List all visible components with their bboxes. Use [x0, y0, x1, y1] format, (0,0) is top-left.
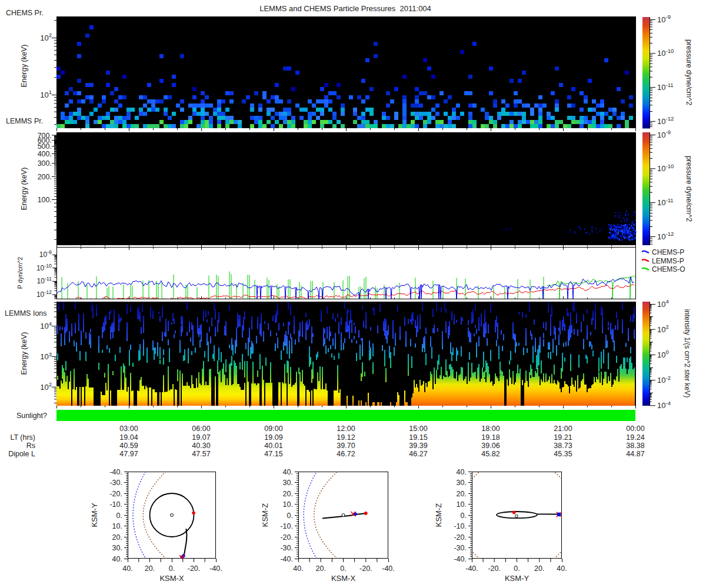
svg-text:LT (hrs): LT (hrs) — [10, 433, 35, 442]
svg-text:21:00: 21:00 — [554, 425, 572, 433]
svg-text:40.: 40. — [293, 564, 303, 573]
svg-text:-40.: -40. — [109, 468, 122, 476]
svg-text:19.21: 19.21 — [554, 433, 572, 442]
svg-text:47.57: 47.57 — [192, 450, 210, 458]
svg-text:10.: 10. — [112, 522, 122, 530]
svg-text:-10.: -10. — [280, 522, 293, 530]
svg-text:06:00: 06:00 — [192, 425, 210, 433]
svg-text:20.: 20. — [457, 490, 467, 498]
svg-text:19.15: 19.15 — [409, 433, 427, 442]
svg-text:-40.: -40. — [209, 564, 222, 573]
svg-text:102: 102 — [657, 323, 669, 334]
svg-text:10-11: 10-11 — [657, 82, 674, 92]
svg-text:30.: 30. — [283, 479, 293, 487]
svg-text:-40.: -40. — [465, 564, 478, 573]
svg-text:100: 100 — [657, 349, 669, 359]
svg-text:Energy (keV): Energy (keV) — [20, 332, 28, 375]
svg-text:CHEMS-P: CHEMS-P — [652, 248, 684, 256]
svg-text:19.07: 19.07 — [192, 433, 210, 442]
svg-text:40.: 40. — [557, 564, 567, 573]
svg-text:38.38: 38.38 — [626, 442, 644, 450]
svg-text:19.18: 19.18 — [481, 433, 499, 442]
svg-text:39.06: 39.06 — [481, 442, 499, 450]
svg-text:intensity 1/(s cm^2 ster keV): intensity 1/(s cm^2 ster keV) — [683, 309, 691, 397]
svg-text:Sunlight?: Sunlight? — [16, 412, 47, 420]
svg-text:10-10: 10-10 — [657, 163, 674, 173]
svg-text:19.24: 19.24 — [626, 433, 644, 442]
svg-text:0.: 0. — [461, 512, 467, 520]
svg-text:-10.: -10. — [454, 522, 467, 530]
svg-text:19.04: 19.04 — [119, 433, 138, 442]
svg-text:45.82: 45.82 — [481, 450, 499, 458]
svg-text:10-4: 10-4 — [657, 400, 671, 410]
svg-text:Energy (keV): Energy (keV) — [20, 168, 28, 211]
svg-text:20.: 20. — [112, 533, 122, 542]
svg-text:10-9: 10-9 — [657, 14, 671, 24]
svg-text:-40.: -40. — [382, 564, 395, 573]
svg-text:-30.: -30. — [454, 544, 467, 552]
svg-text:KSM-Y: KSM-Y — [90, 503, 99, 527]
svg-text:40.30: 40.30 — [192, 442, 210, 450]
svg-text:pressure dyne/cm^2: pressure dyne/cm^2 — [685, 156, 693, 222]
svg-text:-20.: -20. — [359, 564, 372, 573]
svg-text:10-12: 10-12 — [36, 289, 52, 299]
svg-text:100.: 100. — [38, 196, 52, 204]
svg-text:39.39: 39.39 — [409, 442, 427, 450]
svg-text:101: 101 — [40, 89, 52, 99]
svg-text:-20.: -20. — [188, 564, 201, 573]
svg-text:LEMMS Pr.: LEMMS Pr. — [6, 117, 43, 125]
svg-text:103: 103 — [40, 351, 52, 362]
svg-text:18:00: 18:00 — [481, 425, 499, 433]
svg-text:-40.: -40. — [454, 555, 467, 563]
svg-text:10.: 10. — [457, 500, 467, 509]
svg-text:pressure dyne/cm^2: pressure dyne/cm^2 — [685, 39, 693, 105]
svg-text:40.: 40. — [457, 468, 467, 476]
svg-text:00:00: 00:00 — [626, 425, 644, 433]
svg-text:38.73: 38.73 — [554, 442, 572, 450]
svg-text:40.01: 40.01 — [264, 442, 282, 450]
svg-text:19.12: 19.12 — [337, 433, 355, 442]
svg-text:102: 102 — [40, 32, 52, 42]
svg-text:-40.: -40. — [280, 555, 293, 563]
svg-text:KSM-Z: KSM-Z — [434, 503, 443, 527]
svg-text:47.15: 47.15 — [264, 450, 282, 458]
svg-text:0.: 0. — [287, 512, 293, 520]
svg-text:-20.: -20. — [280, 533, 293, 542]
svg-text:200.: 200. — [38, 173, 52, 181]
svg-text:Rs: Rs — [26, 442, 35, 450]
svg-text:10-12: 10-12 — [657, 230, 674, 241]
svg-text:12:00: 12:00 — [337, 425, 355, 433]
svg-text:44.87: 44.87 — [626, 450, 644, 458]
svg-text:-20.: -20. — [488, 564, 501, 573]
svg-text:102: 102 — [40, 381, 52, 392]
svg-text:KSM-X: KSM-X — [159, 574, 184, 583]
svg-text:Dipole L: Dipole L — [8, 450, 35, 458]
svg-text:104: 104 — [657, 298, 669, 309]
svg-text:10-2: 10-2 — [657, 375, 671, 385]
svg-text:10-10: 10-10 — [657, 48, 674, 58]
svg-text:P dyn/cm^2: P dyn/cm^2 — [16, 257, 24, 289]
svg-text:20.: 20. — [283, 490, 293, 498]
svg-text:10-9: 10-9 — [657, 129, 671, 139]
svg-text:104: 104 — [40, 320, 52, 331]
svg-text:-30.: -30. — [109, 479, 122, 487]
svg-text:40.: 40. — [283, 468, 293, 476]
svg-text:45.35: 45.35 — [554, 450, 572, 458]
svg-text:LEMMS-P: LEMMS-P — [652, 257, 684, 265]
svg-text:19.09: 19.09 — [264, 433, 282, 442]
svg-text:10.: 10. — [283, 500, 293, 509]
svg-text:10-11: 10-11 — [37, 276, 52, 285]
svg-text:CHEMS Pr.: CHEMS Pr. — [6, 9, 44, 17]
svg-text:20.: 20. — [316, 564, 326, 573]
svg-text:KSM-X: KSM-X — [331, 574, 356, 583]
svg-text:0.: 0. — [514, 564, 519, 573]
svg-text:-30.: -30. — [280, 544, 293, 552]
svg-text:10-11: 10-11 — [657, 197, 674, 208]
svg-text:-20.: -20. — [109, 490, 122, 498]
svg-text:40.: 40. — [112, 555, 122, 563]
svg-text:03:00: 03:00 — [119, 425, 138, 433]
svg-text:39.70: 39.70 — [337, 442, 355, 450]
svg-text:LEMMS and CHEMS Particle Press: LEMMS and CHEMS Particle Pressures 2011:… — [259, 4, 431, 13]
svg-text:15:00: 15:00 — [409, 425, 427, 433]
svg-text:-10.: -10. — [109, 500, 122, 509]
